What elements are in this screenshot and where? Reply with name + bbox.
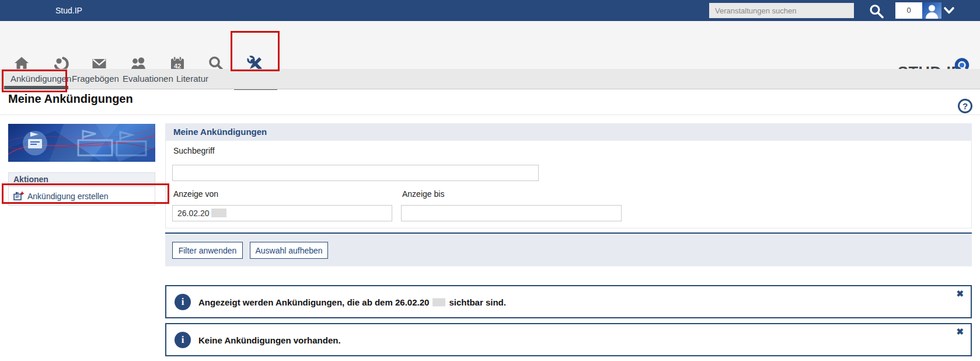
display-until-label: Anzeige bis: [402, 189, 444, 199]
tab-evaluationen[interactable]: Evaluationen: [123, 69, 173, 89]
create-announcement-link[interactable]: Ankündigung erstellen: [9, 187, 155, 205]
actions-widget-title: Aktionen: [9, 173, 155, 187]
search-icon: [868, 3, 884, 19]
tab-literatur[interactable]: Literatur: [176, 69, 208, 89]
main-toolbar: 42 Tools Stud.IP: [0, 21, 980, 69]
info-icon: i: [175, 332, 191, 348]
announcement-add-icon: [13, 191, 24, 202]
reset-selection-button[interactable]: Auswahl aufheben: [250, 242, 328, 259]
info-message-empty: i Keine Ankündigungen vorhanden. ✖: [165, 323, 972, 356]
close-message-button[interactable]: ✖: [956, 327, 964, 337]
info-message-visibility: i Angezeigt werden Ankündigungen, die ab…: [165, 285, 972, 318]
message-prefix: Angezeigt werden Ankündigungen, die ab d…: [198, 297, 393, 307]
help-button[interactable]: ?: [958, 99, 972, 113]
message-suffix: sichtbar sind.: [449, 297, 506, 307]
studip-page: Stud.IP 0: [0, 0, 980, 361]
tab-frageboegen[interactable]: Fragebögen: [72, 69, 119, 89]
sidebar-banner-image: [8, 124, 155, 162]
user-icon: [922, 2, 941, 19]
tools-tabbar: Ankündigungen Fragebögen Evaluationen Li…: [0, 69, 980, 89]
display-from-label: Anzeige von: [173, 189, 218, 199]
page-title: Meine Ankündigungen: [8, 92, 133, 106]
actions-widget: Aktionen Ankündigung erstellen: [8, 172, 155, 206]
display-from-input[interactable]: 26.02.20: [172, 205, 392, 221]
apply-filter-button[interactable]: Filter anwenden: [172, 242, 243, 259]
help-icon: ?: [962, 101, 968, 111]
active-tab-underline: [4, 86, 68, 89]
title-divider: [0, 114, 980, 115]
create-announcement-label: Ankündigung erstellen: [27, 192, 109, 201]
redaction-box: [433, 298, 445, 306]
score-counter[interactable]: 0: [895, 2, 922, 19]
chevron-down-icon: [943, 6, 955, 15]
avatar[interactable]: [922, 2, 941, 19]
search-term-input[interactable]: [172, 165, 539, 181]
topbar: Stud.IP 0: [0, 0, 980, 21]
info-icon: i: [175, 294, 191, 310]
close-message-button[interactable]: ✖: [956, 289, 964, 299]
course-search-input[interactable]: [709, 3, 854, 18]
profile-menu-button[interactable]: [943, 6, 955, 15]
info-message-text: Angezeigt werden Ankündigungen, die ab d…: [198, 297, 506, 307]
course-search-button[interactable]: [868, 3, 884, 19]
redaction-box: [211, 209, 226, 217]
search-term-label: Suchbegriff: [173, 146, 215, 155]
info-message-text: Keine Ankündigungen vorhanden.: [198, 335, 341, 345]
topbar-brand: Stud.IP: [55, 0, 82, 21]
display-from-value: 26.02.20: [177, 209, 210, 218]
filter-panel-title: Meine Ankündigungen: [165, 123, 972, 141]
message-date: 26.02.20: [395, 297, 429, 307]
display-until-input[interactable]: [401, 205, 622, 221]
